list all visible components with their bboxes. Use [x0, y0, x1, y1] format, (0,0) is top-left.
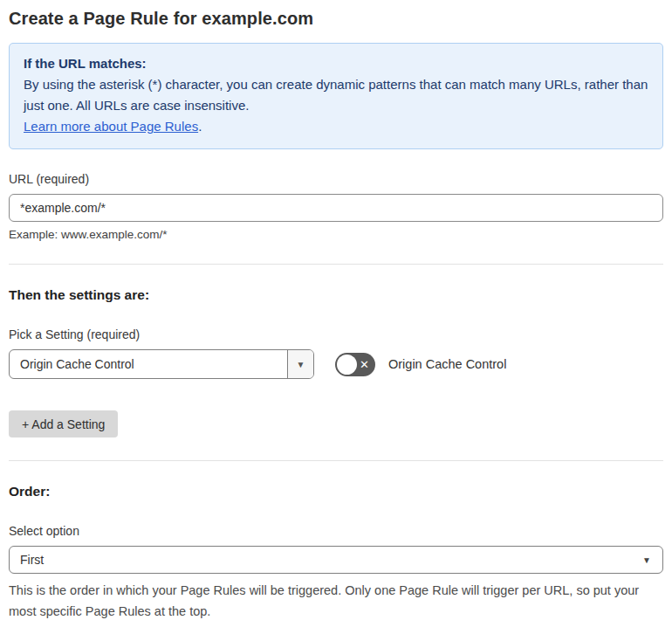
toggle-x-icon: ✕: [360, 359, 369, 370]
settings-heading: Then the settings are:: [9, 287, 663, 303]
url-match-info-box: If the URL matches: By using the asteris…: [9, 43, 663, 149]
order-heading: Order:: [9, 484, 663, 499]
origin-cache-control-toggle[interactable]: ✕: [335, 353, 375, 376]
order-helper-text: This is the order in which your Page Rul…: [9, 580, 663, 620]
url-field-group: URL (required) Example: www.example.com/…: [9, 172, 663, 241]
order-select-value: First: [10, 553, 642, 567]
chevron-down-icon[interactable]: ▼: [287, 350, 313, 378]
order-section: Order: Select option First ▼ This is the…: [9, 484, 663, 620]
select-option-label: Select option: [9, 524, 663, 538]
setting-select[interactable]: Origin Cache Control ▼: [9, 349, 314, 379]
pick-setting-label: Pick a Setting (required): [9, 327, 663, 341]
create-page-rule-form: Create a Page Rule for example.com If th…: [9, 9, 663, 620]
link-suffix: .: [198, 119, 202, 134]
setting-row: Origin Cache Control ▼ ✕ Origin Cache Co…: [9, 349, 663, 379]
info-box-link-line: Learn more about Page Rules.: [24, 116, 648, 137]
url-input[interactable]: [9, 194, 663, 222]
setting-select-value: Origin Cache Control: [10, 357, 287, 371]
url-label: URL (required): [9, 172, 663, 186]
divider: [9, 460, 663, 461]
info-box-heading: If the URL matches:: [24, 53, 648, 74]
toggle-knob: [337, 355, 357, 375]
add-setting-button[interactable]: + Add a Setting: [9, 410, 118, 437]
info-box-body: By using the asterisk (*) character, you…: [24, 74, 648, 116]
learn-more-link[interactable]: Learn more about Page Rules: [24, 119, 198, 134]
url-example-helper: Example: www.example.com/*: [9, 228, 663, 241]
toggle-label: Origin Cache Control: [388, 357, 506, 371]
divider: [9, 264, 663, 265]
chevron-down-icon: ▼: [642, 555, 662, 565]
order-select[interactable]: First ▼: [9, 546, 663, 574]
settings-section: Then the settings are: Pick a Setting (r…: [9, 287, 663, 437]
page-title: Create a Page Rule for example.com: [9, 9, 663, 29]
